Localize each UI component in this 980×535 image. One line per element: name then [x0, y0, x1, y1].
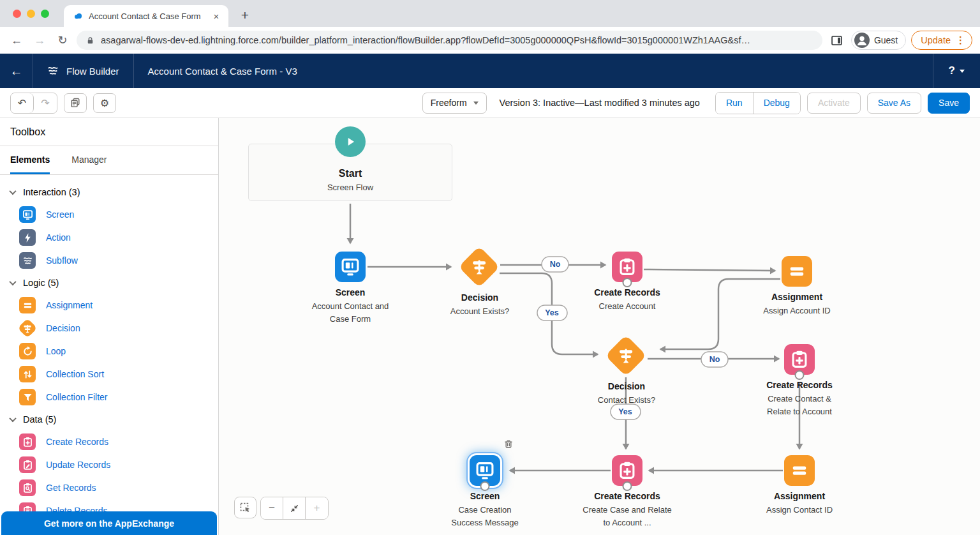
- lightning-icon: [19, 229, 36, 246]
- kebab-menu-icon[interactable]: ⋮: [956, 34, 965, 46]
- side-panel-icon[interactable]: [830, 34, 843, 47]
- browser-tab-strip: Account Contact & Case Form × +: [0, 0, 980, 27]
- canvas-controls: − +: [234, 497, 329, 520]
- zoom-in-button[interactable]: +: [306, 497, 328, 519]
- activate-button[interactable]: Activate: [807, 93, 861, 114]
- connector-port[interactable]: [623, 481, 632, 491]
- zoom-fit-button[interactable]: [283, 497, 306, 519]
- element-create-records[interactable]: Create Records: [0, 430, 218, 453]
- canvas-mode-select[interactable]: Freeform: [422, 93, 487, 114]
- help-icon[interactable]: ?: [949, 64, 955, 77]
- flow-node-create-case[interactable]: Create Records Create Case and Relate to…: [612, 455, 642, 486]
- screen-icon[interactable]: [335, 252, 366, 282]
- back-icon[interactable]: ←: [8, 31, 26, 49]
- chevron-down-icon: [9, 188, 16, 195]
- flow-node-screen-case-success[interactable]: Screen Case Creation Success Message: [470, 455, 500, 486]
- save-as-button[interactable]: Save As: [867, 93, 921, 114]
- edge-label-account-no[interactable]: No: [542, 257, 568, 272]
- save-button[interactable]: Save: [928, 93, 970, 114]
- element-screen[interactable]: Screen: [0, 203, 218, 226]
- flow-node-assign-account-id[interactable]: Assignment Assign Account ID: [782, 256, 812, 287]
- back-button[interactable]: ←: [0, 54, 33, 88]
- signpost-diamond-icon[interactable]: [605, 335, 646, 376]
- chevron-down-icon: [960, 70, 965, 73]
- flow-node-create-contact[interactable]: Create Records Create Contact & Relate t…: [784, 344, 815, 375]
- url-text: asagarwal-flows-dev-ed.lightning.force.c…: [101, 35, 750, 45]
- undo-button[interactable]: ↶: [11, 93, 34, 113]
- flow-node-screen-account-form[interactable]: Screen Account Contact and Case Form: [335, 252, 366, 282]
- window-controls: [13, 10, 49, 18]
- window-minimize-button[interactable]: [27, 10, 35, 18]
- svg-text:No: No: [709, 355, 720, 364]
- element-collection-sort[interactable]: Collection Sort: [0, 363, 218, 386]
- flow-node-decision-contact-exists[interactable]: Decision Contact Exists?: [611, 341, 642, 370]
- flow-node-assign-contact-id[interactable]: Assignment Assign Contact ID: [784, 455, 815, 486]
- funnel-icon: [19, 389, 36, 405]
- svg-text:Yes: Yes: [618, 407, 632, 416]
- section-logic[interactable]: Logic (5): [0, 272, 218, 294]
- node-title: Start: [249, 168, 452, 179]
- signpost-diamond-icon: [17, 318, 37, 338]
- svg-text:No: No: [550, 260, 561, 269]
- edge-label-contact-no[interactable]: No: [701, 352, 728, 367]
- update-label: Update: [921, 35, 951, 45]
- element-update-records[interactable]: Update Records: [0, 453, 218, 476]
- settings-button[interactable]: ⚙: [93, 93, 116, 113]
- toolbox-panel: Toolbox Elements Manager Interaction (3)…: [0, 118, 219, 535]
- clipboard-plus-icon: [19, 433, 36, 450]
- redo-button[interactable]: ↷: [34, 93, 57, 113]
- element-decision[interactable]: Decision: [0, 317, 218, 340]
- tab-close-icon[interactable]: ×: [211, 11, 222, 22]
- element-loop[interactable]: Loop: [0, 340, 218, 363]
- tab-elements[interactable]: Elements: [10, 146, 50, 174]
- copy-icon: [70, 97, 81, 109]
- flow-title: Account Contact & Case Form - V3: [134, 66, 297, 77]
- element-get-records[interactable]: Get Records: [0, 476, 218, 499]
- reload-icon[interactable]: ↻: [54, 31, 71, 49]
- window-close-button[interactable]: [13, 10, 21, 18]
- app-brand: Flow Builder: [33, 54, 134, 88]
- element-subflow[interactable]: Subflow: [0, 249, 218, 272]
- element-assignment[interactable]: Assignment: [0, 294, 218, 317]
- new-tab-button[interactable]: +: [236, 6, 254, 24]
- browser-tab[interactable]: Account Contact & Case Form ×: [64, 5, 228, 27]
- tab-title: Account Contact & Case Form: [89, 11, 211, 21]
- help-menu[interactable]: ?: [933, 54, 980, 88]
- debug-button[interactable]: Debug: [754, 93, 800, 114]
- node-subtitle: Screen Flow: [249, 183, 452, 192]
- forward-icon[interactable]: →: [31, 31, 48, 49]
- equals-icon[interactable]: [784, 455, 815, 486]
- connector-port[interactable]: [480, 481, 490, 491]
- toolbox-title: Toolbox: [0, 118, 218, 146]
- collapse-arrows-icon: [289, 503, 300, 514]
- canvas-mode-value: Freeform: [431, 98, 467, 108]
- chrome-update-button[interactable]: Update ⋮: [911, 31, 972, 50]
- element-collection-filter[interactable]: Collection Filter: [0, 386, 218, 409]
- start-play-icon[interactable]: [335, 126, 366, 157]
- delete-node-trash-icon[interactable]: [503, 439, 514, 449]
- equals-icon[interactable]: [782, 256, 812, 287]
- section-interaction[interactable]: Interaction (3): [0, 181, 218, 203]
- edge-label-account-yes[interactable]: Yes: [537, 305, 567, 320]
- signpost-diamond-icon[interactable]: [458, 246, 500, 287]
- duplicate-button[interactable]: [64, 93, 87, 113]
- tab-manager[interactable]: Manager: [71, 146, 107, 174]
- multi-select-button[interactable]: [234, 497, 256, 518]
- loop-arrow-icon: [19, 343, 36, 359]
- connector-port[interactable]: [795, 370, 805, 380]
- profile-chip[interactable]: Guest: [851, 31, 906, 50]
- appexchange-button[interactable]: Get more on the AppExchange: [1, 511, 217, 535]
- subflow-icon: [19, 252, 36, 269]
- run-button[interactable]: Run: [716, 93, 754, 114]
- lock-icon: [85, 36, 95, 45]
- flow-node-create-account[interactable]: Create Records Create Account: [612, 252, 642, 282]
- flow-canvas[interactable]: No Yes No Yes Start Screen Flow Screen: [219, 118, 980, 535]
- connector-port[interactable]: [623, 278, 632, 287]
- version-status-text: Version 3: Inactive—Last modified 3 minu…: [500, 98, 700, 108]
- section-data[interactable]: Data (5): [0, 409, 218, 430]
- address-bar[interactable]: asagarwal-flows-dev-ed.lightning.force.c…: [77, 31, 822, 50]
- window-zoom-button[interactable]: [41, 10, 49, 18]
- element-action[interactable]: Action: [0, 226, 218, 249]
- flow-node-decision-account-exists[interactable]: Decision Account Exists?: [464, 252, 495, 282]
- zoom-out-button[interactable]: −: [261, 497, 283, 519]
